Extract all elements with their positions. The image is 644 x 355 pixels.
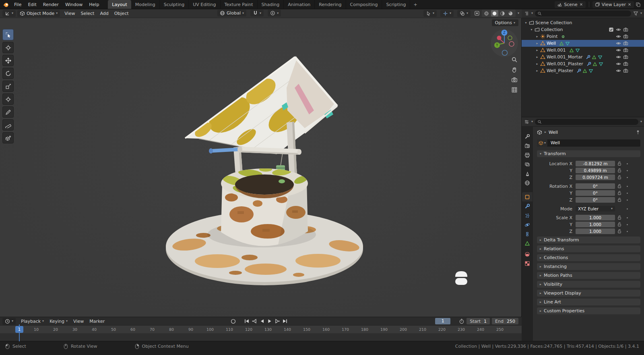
lock-icon[interactable] — [615, 229, 624, 234]
orthographic-toggle-icon[interactable] — [511, 87, 518, 93]
expand-closed-icon[interactable]: ▸ — [535, 48, 540, 52]
properties-tab-world[interactable] — [522, 178, 533, 187]
keyframe-dot-icon[interactable] — [624, 216, 630, 220]
outliner-row-scene-collection[interactable]: ▾ Scene Collection — [522, 19, 644, 26]
properties-tab-texture[interactable] — [522, 259, 533, 268]
menu-edit[interactable]: Edit — [25, 1, 39, 8]
expand-closed-icon[interactable]: ▸ — [535, 55, 540, 59]
outliner-row-point[interactable]: ▸ Point — [522, 33, 644, 40]
tool-measure[interactable] — [2, 119, 14, 131]
jump-to-start-icon[interactable] — [244, 318, 250, 324]
editor-outliner-icon[interactable] — [524, 11, 529, 16]
properties-tab-output[interactable] — [522, 150, 533, 160]
timeline-editor-selector[interactable]: ▾ — [2, 318, 16, 325]
panel-motion-paths[interactable]: ▸Motion Paths — [537, 272, 640, 279]
new-view-layer-icon[interactable] — [636, 2, 641, 7]
menu-help[interactable]: Help — [86, 1, 102, 8]
keyframe-dot-icon[interactable] — [624, 230, 630, 233]
eye-icon[interactable] — [616, 68, 621, 73]
field-rotation-x[interactable]: 0° — [576, 183, 615, 189]
eye-icon[interactable] — [616, 54, 621, 60]
overlays-dropdown[interactable]: ▾ — [457, 10, 471, 17]
workspace-tab-uv-editing[interactable]: UV Editing — [189, 0, 220, 9]
outliner-search-input[interactable] — [535, 10, 631, 17]
chevron-down-icon[interactable]: ▾ — [640, 12, 642, 15]
filter-icon[interactable] — [633, 11, 638, 16]
camera-icon[interactable] — [623, 27, 628, 32]
rotation-mode-dropdown[interactable]: XYZ Euler▾ — [576, 206, 615, 212]
play-reverse-icon[interactable] — [259, 318, 265, 324]
chevron-down-icon[interactable]: ▾ — [640, 120, 642, 123]
lock-icon[interactable] — [615, 191, 624, 195]
field-y[interactable]: 0.49899 m — [576, 168, 615, 173]
timeline-ruler[interactable]: 1 10203040506070809010011012013014015016… — [0, 325, 522, 334]
scene-selector[interactable]: Scene — [555, 1, 586, 8]
timeline-track[interactable] — [0, 333, 522, 341]
camera-icon[interactable] — [623, 34, 628, 39]
properties-tab-view-layer[interactable] — [522, 160, 533, 169]
expand-closed-icon[interactable]: ▸ — [535, 35, 540, 38]
shading-wireframe-icon[interactable] — [483, 10, 490, 17]
properties-tab-material[interactable] — [522, 249, 533, 259]
gizmos-dropdown[interactable]: ▾ — [440, 10, 454, 17]
eye-icon[interactable] — [616, 27, 621, 32]
options-button[interactable]: Options ▾ — [492, 19, 518, 26]
zoom-icon[interactable] — [511, 56, 518, 63]
properties-tab-object-data[interactable] — [522, 239, 533, 248]
field-y[interactable]: 1.000 — [576, 222, 615, 227]
properties-tab-physics[interactable] — [522, 220, 533, 229]
editor-type-selector[interactable]: ▾ — [2, 10, 16, 17]
workspace-tab-modeling[interactable]: Modeling — [131, 0, 160, 9]
start-frame-field[interactable]: Start 1 — [466, 318, 490, 324]
lock-icon[interactable] — [615, 197, 624, 202]
viewport-menu-object[interactable]: Object — [111, 10, 132, 17]
workspace-tab-animation[interactable]: Animation — [284, 0, 315, 9]
object-name-field[interactable]: Well — [548, 139, 640, 147]
camera-icon[interactable] — [623, 61, 628, 66]
properties-tab-object[interactable] — [522, 192, 533, 201]
panel-custom-properties[interactable]: ▸Custom Properties — [537, 307, 640, 314]
viewport-canvas[interactable] — [0, 9, 522, 317]
keyframe-dot-icon[interactable] — [624, 185, 630, 188]
prev-keyframe-icon[interactable] — [252, 318, 257, 324]
chevron-down-icon[interactable]: ▾ — [531, 120, 533, 123]
panel-collections[interactable]: ▸Collections — [537, 254, 640, 261]
viewport-menu-select[interactable]: Select — [78, 10, 97, 17]
camera-icon[interactable] — [623, 54, 628, 60]
properties-tab-modifiers[interactable] — [522, 201, 533, 211]
stopwatch-icon[interactable] — [459, 318, 464, 324]
panel-relations[interactable]: ▸Relations — [537, 245, 640, 252]
keyframe-dot-icon[interactable] — [624, 207, 630, 211]
timeline-menu-playback[interactable]: Playback▾ — [18, 318, 47, 325]
menu-file[interactable]: File — [11, 1, 25, 8]
field-z[interactable]: 1.000 — [576, 228, 615, 234]
tool-transform[interactable] — [2, 93, 14, 105]
camera-icon[interactable] — [623, 41, 628, 46]
lock-icon[interactable] — [615, 222, 624, 227]
outliner-row-collection[interactable]: ▾ Collection — [522, 26, 644, 33]
transform-orientation-dropdown[interactable]: Global ▾ — [217, 10, 246, 17]
proportional-editing-dropdown[interactable]: ▾ — [268, 10, 281, 17]
mode-selector[interactable]: Object Mode ▾ — [17, 10, 60, 17]
unlink-view-layer-icon[interactable] — [627, 2, 632, 6]
outliner-row-well-001-plaster[interactable]: ▸ Well.001_Plaster — [522, 60, 644, 67]
eye-icon[interactable] — [616, 41, 621, 46]
tool-rotate[interactable] — [2, 68, 14, 79]
view-layer-selector[interactable]: View Layer — [592, 1, 634, 8]
keyframe-dot-icon[interactable] — [624, 176, 630, 179]
eye-icon[interactable] — [616, 34, 621, 39]
properties-search-input[interactable] — [535, 119, 638, 125]
panel-transform[interactable]: ▾ Transform — [537, 150, 640, 157]
workspace-tab-compositing[interactable]: Compositing — [346, 0, 382, 9]
current-frame-field[interactable]: 1 — [435, 318, 450, 324]
blender-logo-icon[interactable] — [3, 2, 9, 8]
camera-view-icon[interactable] — [511, 77, 518, 83]
properties-tab-tool[interactable] — [522, 132, 533, 141]
shading-rendered-icon[interactable] — [507, 10, 514, 17]
panel-instancing[interactable]: ▸Instancing — [537, 263, 640, 270]
field-z[interactable]: 0.009724 m — [576, 174, 615, 180]
viewport-menu-add[interactable]: Add — [97, 10, 111, 17]
tool-move[interactable] — [2, 55, 14, 66]
jump-to-end-icon[interactable] — [282, 318, 288, 324]
selectability-dropdown[interactable]: ▾ — [423, 10, 437, 17]
